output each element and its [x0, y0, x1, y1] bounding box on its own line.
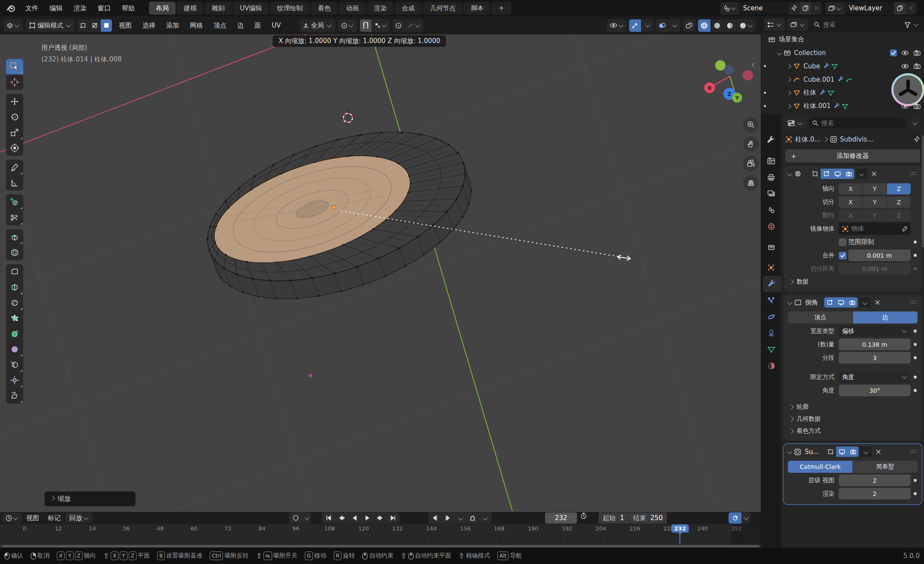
- outliner-filter-button[interactable]: [901, 18, 922, 31]
- copy-scene-icon[interactable]: [800, 2, 811, 15]
- outliner-row[interactable]: Collection: [761, 46, 924, 59]
- expand-icon[interactable]: [787, 449, 792, 454]
- step-back-button[interactable]: [428, 512, 441, 524]
- step-options-icon[interactable]: [454, 512, 467, 524]
- modifier-name[interactable]: 倒角: [805, 299, 818, 307]
- animate-dot[interactable]: [914, 492, 917, 495]
- hide-eye-icon[interactable]: [901, 50, 909, 56]
- viewport-menu-顶点[interactable]: 顶点: [210, 16, 230, 34]
- camera-view-button[interactable]: [743, 156, 759, 171]
- delete-modifier-icon[interactable]: [875, 300, 880, 305]
- tool-rip-scissors[interactable]: [6, 210, 23, 225]
- scene-dropdown-icon[interactable]: [723, 5, 736, 12]
- affect-边[interactable]: 边: [853, 311, 918, 324]
- expander-icon[interactable]: [786, 104, 791, 108]
- bevel-section-1[interactable]: 几何数据: [784, 413, 922, 425]
- angle-field[interactable]: 30°: [839, 385, 911, 396]
- sync-options-icon[interactable]: [741, 512, 750, 524]
- realtime-toggle[interactable]: [836, 447, 847, 457]
- outliner-search-input[interactable]: [822, 21, 896, 28]
- timeline-menu-标记[interactable]: 标记: [44, 514, 65, 522]
- keying-set-button[interactable]: [466, 512, 479, 524]
- animate-dot[interactable]: [914, 267, 917, 270]
- expander-icon[interactable]: [777, 50, 781, 55]
- workspace-tab[interactable]: 雕刻: [205, 2, 232, 15]
- animate-dot[interactable]: [914, 356, 917, 359]
- tool-shear[interactable]: [6, 388, 23, 404]
- playhead-badge[interactable]: 232: [672, 524, 688, 533]
- tool-inset-faces[interactable]: [6, 245, 23, 260]
- modifier-extras-button[interactable]: [859, 297, 871, 308]
- properties-tab-tool[interactable]: [761, 132, 781, 148]
- mirror-flip-z[interactable]: Z: [887, 210, 911, 221]
- keying-options-icon[interactable]: [302, 512, 311, 524]
- animate-dot[interactable]: [914, 330, 917, 333]
- subdiv-type-Catmull-Clark[interactable]: Catmull-Clark: [788, 461, 853, 473]
- copy-viewlayer-icon[interactable]: [894, 2, 905, 15]
- viewport-menu-网格[interactable]: 网格: [186, 16, 207, 34]
- properties-search-input[interactable]: [821, 119, 902, 127]
- properties-tab-material[interactable]: [761, 358, 781, 374]
- delete-modifier-icon[interactable]: [876, 449, 881, 454]
- overlay-options-button[interactable]: [668, 19, 680, 32]
- tool-knife[interactable]: [6, 295, 23, 311]
- shading-rendered-button[interactable]: [736, 19, 756, 32]
- realtime-toggle[interactable]: [832, 169, 843, 179]
- properties-tab-modifiers[interactable]: [763, 276, 781, 292]
- face-mode-button[interactable]: [100, 19, 112, 32]
- pan-hand-button[interactable]: [743, 136, 759, 152]
- bisect-distance-field[interactable]: 0.001 m: [839, 263, 911, 274]
- tool-smooth[interactable]: [6, 342, 23, 357]
- merge-value-field[interactable]: 0.001 m: [848, 250, 911, 261]
- shading-solid-button[interactable]: [710, 19, 723, 32]
- modifier-extras-button[interactable]: [860, 447, 871, 457]
- eyedropper-icon[interactable]: [902, 226, 908, 232]
- merge-checkbox[interactable]: [839, 252, 846, 259]
- step-forward-button[interactable]: [441, 512, 454, 524]
- tool-measure[interactable]: [6, 175, 23, 191]
- properties-editor-type-button[interactable]: [784, 117, 806, 129]
- show-gizmos-button[interactable]: [629, 19, 641, 32]
- animate-dot[interactable]: [914, 479, 917, 482]
- properties-tab-object-data[interactable]: [761, 341, 781, 358]
- drag-handle-icon[interactable]: [910, 172, 917, 176]
- toggle-xray-button[interactable]: [683, 19, 695, 32]
- topbar-menu-窗口[interactable]: 窗口: [92, 0, 116, 16]
- preview-range-button[interactable]: [580, 512, 587, 519]
- tool-scale[interactable]: [6, 125, 23, 140]
- tool-rotate[interactable]: [6, 109, 23, 125]
- proportional-falloff-button[interactable]: [404, 19, 423, 32]
- workspace-tab[interactable]: 合成: [395, 2, 422, 15]
- tool-transform[interactable]: [6, 140, 23, 156]
- mirror-axis-z[interactable]: Z: [887, 183, 911, 194]
- shading-wireframe-button[interactable]: [698, 19, 710, 32]
- expand-icon[interactable]: [787, 171, 792, 176]
- mode-selector[interactable]: 编辑模式: [26, 19, 74, 32]
- tool-extrude-region[interactable]: [6, 229, 23, 245]
- snap-target-button[interactable]: [372, 19, 390, 32]
- expander-icon[interactable]: [786, 90, 791, 95]
- editmode-toggle[interactable]: [824, 297, 835, 308]
- viewport-menu-边[interactable]: 边: [233, 16, 248, 34]
- workspace-tab[interactable]: 布局: [149, 2, 176, 15]
- outliner-item-label[interactable]: 场景集合: [778, 35, 804, 43]
- gizmo-options-button[interactable]: [641, 19, 653, 32]
- viewport-menu-面[interactable]: 面: [251, 16, 265, 34]
- zoom-button[interactable]: [743, 117, 759, 133]
- workspace-tab[interactable]: 几何节点: [423, 2, 462, 15]
- scene-icon[interactable]: [720, 2, 739, 15]
- animate-dot[interactable]: [914, 376, 917, 379]
- properties-tab-particles[interactable]: [761, 292, 781, 308]
- next-keyframe-button[interactable]: [374, 512, 387, 524]
- outliner-row[interactable]: 场景集合: [761, 33, 924, 46]
- tool-annotate[interactable]: [6, 160, 23, 175]
- auto-keying-button[interactable]: [289, 512, 302, 524]
- tool-tweak-select[interactable]: [6, 59, 23, 74]
- levels-viewport-field[interactable]: 2: [839, 475, 911, 486]
- outliner-item-label[interactable]: Cube: [803, 62, 820, 70]
- levels-render-field[interactable]: 2: [839, 488, 911, 499]
- shading-material-button[interactable]: [723, 19, 736, 32]
- end-frame-field[interactable]: 结束250: [629, 512, 667, 524]
- outliner-editor-type-button[interactable]: [764, 18, 785, 31]
- subdivision-modifier-panel[interactable]: Su...Catmull-Clark简单型层级 视图2渲染2: [784, 444, 922, 504]
